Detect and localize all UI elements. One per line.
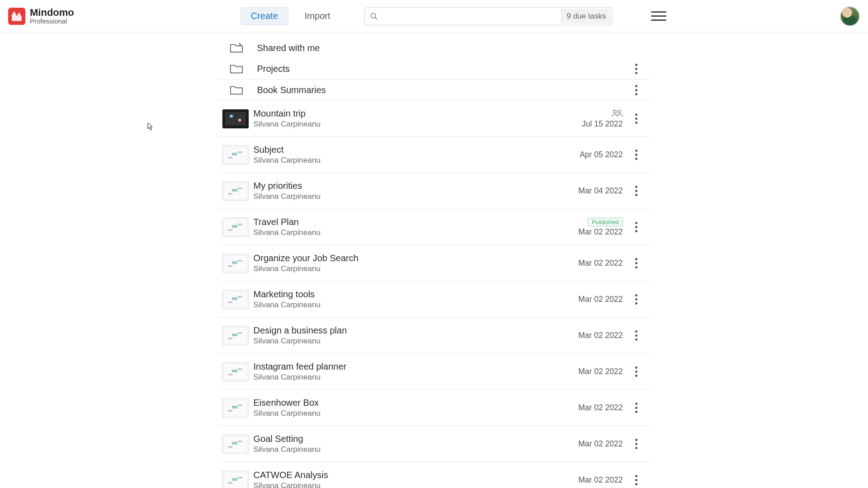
published-badge: Published [588, 218, 623, 226]
shared-icon [611, 109, 623, 119]
section-label: Shared with me [257, 42, 557, 53]
row-menu-button[interactable] [632, 257, 641, 270]
folder-icon [220, 84, 253, 96]
map-meta: Jul 15 2022 [557, 109, 625, 129]
map-date: Mar 02 2022 [578, 439, 623, 449]
map-title: Instagram feed planner [254, 361, 557, 372]
map-meta: Mar 02 2022 [557, 258, 625, 268]
shared-folder-icon [220, 42, 253, 54]
map-title: My priorities [254, 180, 557, 191]
map-date: Mar 02 2022 [578, 403, 623, 413]
row-menu-button[interactable] [632, 184, 641, 198]
map-thumbnail [222, 145, 249, 165]
folder-row[interactable]: Projects [218, 58, 650, 80]
map-title: Organize your Job Search [254, 253, 557, 263]
row-menu-button[interactable] [632, 112, 641, 126]
map-thumbnail [222, 217, 249, 237]
map-owner: Silvana Carpineanu [254, 409, 557, 418]
menu-button[interactable] [651, 9, 666, 24]
svg-point-3 [618, 110, 620, 113]
map-thumbnail [222, 290, 249, 310]
map-title: Design a business plan [254, 325, 557, 336]
content-area: Shared with me Projects Book Summaries [0, 33, 868, 488]
map-owner: Silvana Carpineanu [254, 120, 557, 129]
map-title: Marketing tools [254, 289, 557, 300]
folder-label: Projects [257, 63, 557, 74]
map-thumbnail [222, 253, 249, 273]
map-title: Goal Setting [254, 433, 557, 444]
brand-tier: Professional [30, 18, 74, 24]
map-row[interactable]: Design a business plan Silvana Carpinean… [218, 318, 650, 354]
row-menu-button[interactable] [632, 329, 641, 343]
search-input[interactable] [383, 8, 561, 24]
map-owner: Silvana Carpineanu [254, 264, 557, 273]
map-meta: Mar 02 2022 [557, 367, 625, 376]
row-menu-button[interactable] [632, 83, 641, 97]
folder-row[interactable]: Book Summaries [218, 80, 650, 101]
map-thumbnail [222, 470, 249, 488]
map-thumbnail [222, 398, 249, 418]
map-owner: Silvana Carpineanu [254, 481, 557, 488]
row-menu-button[interactable] [632, 437, 641, 451]
map-row[interactable]: Travel Plan Silvana Carpineanu Published… [218, 209, 650, 245]
brand-logo[interactable]: Mindomo Professional [8, 8, 74, 25]
row-menu-button[interactable] [632, 221, 641, 234]
folder-icon [220, 63, 253, 75]
map-meta: Mar 04 2022 [557, 186, 625, 196]
map-owner: Silvana Carpineanu [254, 300, 557, 310]
map-thumbnail [222, 326, 249, 346]
map-date: Mar 02 2022 [578, 227, 623, 237]
map-title: Mountain trip [254, 108, 557, 119]
svg-line-1 [375, 17, 377, 19]
map-date: Apr 05 2022 [580, 150, 623, 160]
map-meta: Published Mar 02 2022 [557, 218, 625, 237]
map-title: Travel Plan [254, 216, 557, 227]
map-row[interactable]: Eisenhower Box Silvana Carpineanu Mar 02… [218, 390, 650, 426]
svg-point-2 [613, 110, 616, 113]
create-button[interactable]: Create [241, 7, 288, 25]
row-menu-button[interactable] [632, 474, 641, 487]
map-meta: Mar 02 2022 [557, 295, 625, 304]
map-row[interactable]: Goal Setting Silvana Carpineanu Mar 02 2… [218, 426, 650, 462]
map-title: Eisenhower Box [254, 397, 557, 408]
row-menu-button[interactable] [632, 62, 641, 75]
map-date: Mar 02 2022 [578, 295, 623, 304]
row-menu-button[interactable] [632, 365, 641, 379]
map-owner: Silvana Carpineanu [254, 156, 557, 165]
brand-mark-icon [8, 8, 25, 25]
map-meta: Mar 02 2022 [557, 439, 625, 449]
map-date: Mar 02 2022 [578, 258, 623, 268]
map-row[interactable]: Mountain trip Silvana Carpineanu Jul 15 … [218, 101, 650, 137]
map-meta: Mar 02 2022 [557, 403, 625, 413]
map-row[interactable]: Subject Silvana Carpineanu Apr 05 2022 [218, 137, 650, 173]
map-thumbnail [222, 181, 249, 201]
row-menu-button[interactable] [632, 401, 641, 415]
map-row[interactable]: My priorities Silvana Carpineanu Mar 04 … [218, 173, 650, 209]
map-date: Mar 02 2022 [578, 475, 623, 485]
folder-label: Book Summaries [257, 84, 557, 95]
search-box[interactable]: 9 due tasks [364, 7, 613, 25]
map-meta: Mar 02 2022 [557, 475, 625, 485]
due-tasks-pill[interactable]: 9 due tasks [561, 9, 612, 24]
section-shared-with-me[interactable]: Shared with me [218, 37, 650, 58]
row-menu-button[interactable] [632, 293, 641, 306]
search-icon [365, 12, 383, 20]
map-date: Mar 02 2022 [578, 367, 623, 376]
brand-name: Mindomo [30, 8, 74, 18]
brand-text: Mindomo Professional [30, 8, 74, 24]
import-button[interactable]: Import [295, 7, 340, 25]
map-row[interactable]: Instagram feed planner Silvana Carpinean… [218, 354, 650, 390]
map-date: Jul 15 2022 [582, 119, 623, 129]
row-menu-button[interactable] [632, 148, 641, 162]
map-row[interactable]: Marketing tools Silvana Carpineanu Mar 0… [218, 282, 650, 318]
map-title: CATWOE Analysis [254, 469, 557, 480]
user-avatar[interactable] [840, 6, 860, 26]
map-owner: Silvana Carpineanu [254, 337, 557, 346]
item-list: Shared with me Projects Book Summaries [218, 37, 650, 488]
map-thumbnail [222, 434, 249, 454]
map-title: Subject [254, 144, 557, 155]
map-owner: Silvana Carpineanu [254, 192, 557, 201]
map-row[interactable]: CATWOE Analysis Silvana Carpineanu Mar 0… [218, 462, 650, 488]
map-date: Mar 04 2022 [578, 186, 623, 196]
map-row[interactable]: Organize your Job Search Silvana Carpine… [218, 245, 650, 282]
